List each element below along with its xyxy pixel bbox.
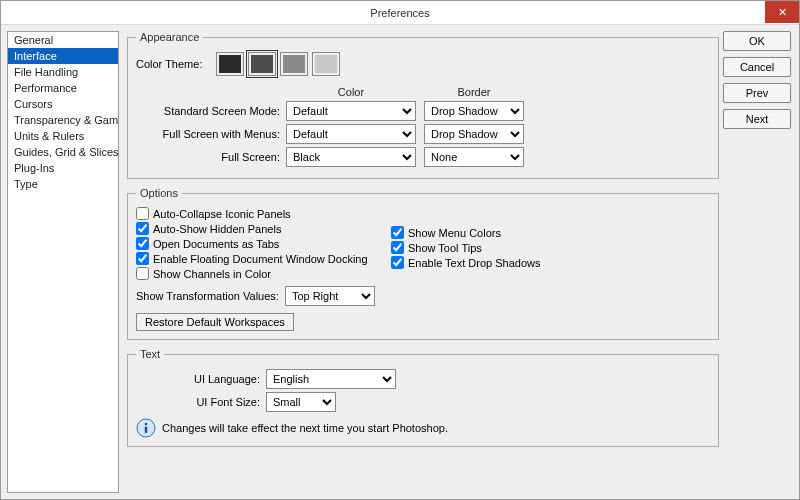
next-button[interactable]: Next [723, 109, 791, 129]
sidebar-item-plugins[interactable]: Plug-Ins [8, 160, 118, 176]
opt-auto-show[interactable] [136, 222, 149, 235]
titlebar: Preferences ✕ [1, 1, 799, 25]
opt-channels-color[interactable] [136, 267, 149, 280]
action-buttons-column: OK Cancel Prev Next [723, 25, 799, 499]
sidebar-item-interface[interactable]: Interface [8, 48, 118, 64]
standard-screen-label: Standard Screen Mode: [136, 105, 286, 117]
opt-menu-colors[interactable] [391, 226, 404, 239]
color-theme-label: Color Theme: [136, 58, 216, 70]
fullscreen-menus-border-select[interactable]: Drop Shadow [424, 124, 524, 144]
fullscreen-menus-color-select[interactable]: Default [286, 124, 416, 144]
appearance-group: Appearance Color Theme: Color Border [127, 31, 719, 179]
close-icon: ✕ [778, 6, 787, 18]
cancel-button[interactable]: Cancel [723, 57, 791, 77]
restore-workspaces-button[interactable]: Restore Default Workspaces [136, 313, 294, 331]
opt-open-tabs-label: Open Documents as Tabs [153, 238, 279, 250]
main-panel: Appearance Color Theme: Color Border [119, 25, 723, 499]
opt-auto-show-label: Auto-Show Hidden Panels [153, 223, 281, 235]
ok-button[interactable]: OK [723, 31, 791, 51]
opt-menu-colors-label: Show Menu Colors [408, 227, 501, 239]
column-header-color: Color [286, 86, 416, 98]
ui-font-size-label: UI Font Size: [136, 396, 266, 408]
theme-swatch-1[interactable] [216, 52, 244, 76]
standard-screen-color-select[interactable]: Default [286, 101, 416, 121]
close-button[interactable]: ✕ [765, 1, 799, 23]
sidebar-item-type[interactable]: Type [8, 176, 118, 192]
theme-swatch-3[interactable] [280, 52, 308, 76]
opt-channels-color-label: Show Channels in Color [153, 268, 271, 280]
info-text: Changes will take effect the next time y… [162, 422, 448, 434]
window-title: Preferences [370, 7, 429, 19]
text-group: Text UI Language: English UI Font Size: … [127, 348, 719, 447]
svg-rect-2 [145, 427, 147, 434]
sidebar-item-performance[interactable]: Performance [8, 80, 118, 96]
window-body: General Interface File Handling Performa… [1, 25, 799, 499]
preferences-window: Preferences ✕ General Interface File Han… [0, 0, 800, 500]
sidebar-item-file-handling[interactable]: File Handling [8, 64, 118, 80]
opt-auto-collapse[interactable] [136, 207, 149, 220]
fullscreen-color-select[interactable]: Black [286, 147, 416, 167]
opt-tooltips[interactable] [391, 241, 404, 254]
sidebar-item-general[interactable]: General [8, 32, 118, 48]
category-sidebar: General Interface File Handling Performa… [7, 31, 119, 493]
info-icon [136, 418, 156, 438]
appearance-legend: Appearance [136, 31, 203, 43]
fullscreen-label: Full Screen: [136, 151, 286, 163]
fullscreen-border-select[interactable]: None [424, 147, 524, 167]
column-header-border: Border [424, 86, 524, 98]
opt-floating-dock-label: Enable Floating Document Window Docking [153, 253, 368, 265]
opt-auto-collapse-label: Auto-Collapse Iconic Panels [153, 208, 291, 220]
sidebar-item-transparency-gamut[interactable]: Transparency & Gamut [8, 112, 118, 128]
sidebar-item-units-rulers[interactable]: Units & Rulers [8, 128, 118, 144]
prev-button[interactable]: Prev [723, 83, 791, 103]
svg-point-1 [145, 423, 148, 426]
sidebar-item-cursors[interactable]: Cursors [8, 96, 118, 112]
color-theme-swatches [216, 52, 340, 76]
opt-text-shadows[interactable] [391, 256, 404, 269]
theme-swatch-4[interactable] [312, 52, 340, 76]
ui-language-select[interactable]: English [266, 369, 396, 389]
text-legend: Text [136, 348, 164, 360]
options-legend: Options [136, 187, 182, 199]
ui-language-label: UI Language: [136, 373, 266, 385]
transform-values-label: Show Transformation Values: [136, 290, 285, 302]
opt-floating-dock[interactable] [136, 252, 149, 265]
theme-swatch-2[interactable] [248, 52, 276, 76]
opt-tooltips-label: Show Tool Tips [408, 242, 482, 254]
opt-open-tabs[interactable] [136, 237, 149, 250]
fullscreen-menus-label: Full Screen with Menus: [136, 128, 286, 140]
opt-text-shadows-label: Enable Text Drop Shadows [408, 257, 541, 269]
standard-screen-border-select[interactable]: Drop Shadow [424, 101, 524, 121]
ui-font-size-select[interactable]: Small [266, 392, 336, 412]
sidebar-item-guides-grid-slices[interactable]: Guides, Grid & Slices [8, 144, 118, 160]
options-group: Options Auto-Collapse Iconic Panels Auto… [127, 187, 719, 340]
transform-values-select[interactable]: Top Right [285, 286, 375, 306]
